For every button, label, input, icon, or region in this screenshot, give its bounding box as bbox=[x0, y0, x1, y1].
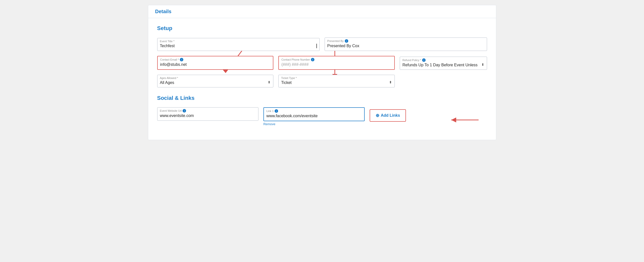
event-title-input[interactable] bbox=[160, 43, 316, 49]
refund-policy-field: Refund Policy * i Refunds Up To 1 Day Be… bbox=[400, 57, 487, 70]
refund-policy-group: Refund Policy * i Refunds Up To 1 Day Be… bbox=[400, 57, 487, 70]
add-links-label: Add Links bbox=[381, 113, 400, 118]
ticket-type-label: Ticket Type * bbox=[281, 77, 392, 79]
form-row-1: Event Title * Presented By i bbox=[157, 37, 487, 51]
refund-policy-label: Refund Policy * i bbox=[402, 58, 484, 62]
event-website-info-icon[interactable]: i bbox=[182, 109, 186, 113]
presented-by-input[interactable] bbox=[327, 43, 484, 49]
add-links-group: ⊕ Add Links bbox=[370, 107, 406, 122]
ages-allowed-label: Ages Allowed * bbox=[160, 77, 271, 79]
presented-by-group: Presented By i bbox=[324, 37, 487, 51]
contact-email-field: Contact Email * i bbox=[157, 56, 274, 70]
add-links-button[interactable]: ⊕ Add Links bbox=[370, 109, 406, 122]
text-cursor bbox=[316, 44, 317, 48]
link1-input[interactable] bbox=[266, 113, 362, 119]
contact-phone-group: Contact Phone Number i bbox=[278, 56, 395, 70]
ticket-type-group: Ticket Type * Ticket Pass Registration ⬍ bbox=[278, 75, 395, 87]
event-website-field: Event Website Url i bbox=[157, 107, 258, 121]
card-header: Details bbox=[148, 5, 496, 18]
add-links-plus-icon: ⊕ bbox=[376, 113, 379, 118]
social-links-section-title: Social & Links bbox=[157, 95, 487, 101]
card-body: Optional Setup Event Title * bbox=[148, 18, 496, 140]
main-card: Details Optional Setup Event bbox=[148, 5, 496, 140]
presented-by-label: Presented By i bbox=[327, 39, 484, 43]
event-website-label: Event Website Url i bbox=[160, 109, 256, 113]
contact-email-input[interactable] bbox=[160, 62, 271, 67]
link1-label: Link 1 i bbox=[266, 109, 362, 113]
refund-policy-info-icon[interactable]: i bbox=[422, 58, 426, 62]
ages-allowed-group: Ages Allowed * All Ages 18+ 21+ ⬍ bbox=[157, 75, 274, 87]
page-title: Details bbox=[155, 9, 489, 14]
form-row-4: Event Website Url i Link 1 i Remove bbox=[157, 107, 487, 126]
contact-phone-field: Contact Phone Number i bbox=[278, 56, 395, 70]
ages-allowed-field: Ages Allowed * All Ages 18+ 21+ ⬍ bbox=[157, 75, 274, 87]
form-row-3: Ages Allowed * All Ages 18+ 21+ ⬍ Ticket… bbox=[157, 75, 487, 87]
event-title-group: Event Title * bbox=[157, 38, 320, 51]
contact-phone-label: Contact Phone Number i bbox=[281, 58, 392, 61]
contact-phone-info-icon[interactable]: i bbox=[311, 58, 314, 61]
event-title-field: Event Title * bbox=[157, 38, 320, 51]
presented-by-info-icon[interactable]: i bbox=[345, 39, 348, 43]
contact-phone-input[interactable] bbox=[281, 62, 392, 67]
event-title-label: Event Title * bbox=[160, 40, 317, 43]
link1-info-icon[interactable]: i bbox=[274, 109, 278, 113]
presented-by-field: Presented By i bbox=[324, 37, 487, 51]
event-website-group: Event Website Url i bbox=[157, 107, 258, 121]
ticket-type-field: Ticket Type * Ticket Pass Registration ⬍ bbox=[278, 75, 395, 87]
remove-link-button[interactable]: Remove bbox=[264, 122, 365, 126]
contact-email-info-icon[interactable]: i bbox=[180, 58, 183, 61]
ages-allowed-select[interactable]: All Ages 18+ 21+ bbox=[160, 80, 271, 85]
link1-field: Link 1 i bbox=[264, 107, 365, 121]
contact-email-label: Contact Email * i bbox=[160, 58, 271, 61]
contact-email-group: Contact Email * i bbox=[157, 56, 274, 70]
form-row-2: Contact Email * i Contact Phone Number i bbox=[157, 56, 487, 70]
ticket-type-select[interactable]: Ticket Pass Registration bbox=[281, 80, 392, 85]
link1-group: Link 1 i Remove bbox=[264, 107, 365, 126]
event-website-input[interactable] bbox=[160, 113, 256, 119]
refund-policy-select[interactable]: Refunds Up To 1 Day Before Event Unless … bbox=[402, 62, 484, 68]
setup-section-title: Setup bbox=[157, 25, 487, 31]
